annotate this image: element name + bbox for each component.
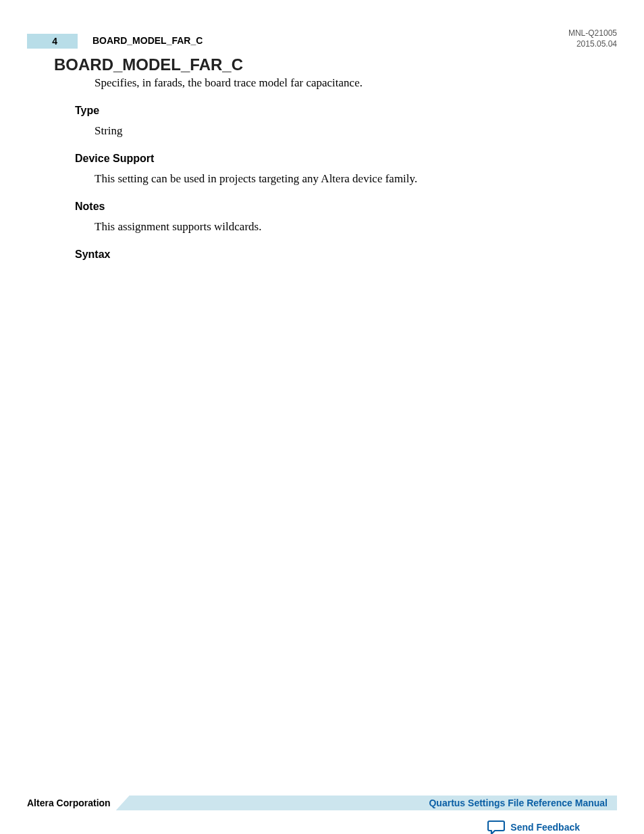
document-date: 2015.05.04 bbox=[576, 39, 617, 49]
send-feedback-label: Send Feedback bbox=[510, 822, 580, 833]
send-feedback-link[interactable]: Send Feedback bbox=[487, 820, 580, 834]
document-id: MNL-Q21005 bbox=[568, 28, 617, 38]
section-heading-syntax: Syntax bbox=[75, 249, 110, 261]
section-body-device-support: This setting can be used in projects tar… bbox=[95, 172, 417, 186]
footer-company-name: Altera Corporation bbox=[27, 796, 116, 810]
footer-bar: Altera Corporation Quartus Settings File… bbox=[27, 796, 617, 810]
section-heading-type: Type bbox=[75, 105, 99, 117]
section-heading-notes: Notes bbox=[75, 201, 105, 213]
footer-ribbon: Quartus Settings File Reference Manual bbox=[116, 796, 617, 810]
feedback-speech-bubble-icon bbox=[487, 820, 505, 834]
page-number-badge: 4 bbox=[27, 34, 78, 49]
section-heading-device-support: Device Support bbox=[75, 153, 154, 165]
running-header-title: BOARD_MODEL_FAR_C bbox=[92, 35, 203, 46]
footer-manual-link[interactable]: Quartus Settings File Reference Manual bbox=[429, 798, 617, 808]
section-body-notes: This assignment supports wildcards. bbox=[95, 220, 261, 234]
page-number: 4 bbox=[52, 36, 57, 47]
page-title: BOARD_MODEL_FAR_C bbox=[54, 55, 243, 74]
section-body-type: String bbox=[95, 124, 123, 138]
page-header: 4 BOARD_MODEL_FAR_C MNL-Q21005 2015.05.0… bbox=[27, 27, 617, 47]
description-text: Specifies, in farads, the board trace mo… bbox=[95, 76, 363, 90]
page-footer: Altera Corporation Quartus Settings File… bbox=[27, 796, 617, 810]
